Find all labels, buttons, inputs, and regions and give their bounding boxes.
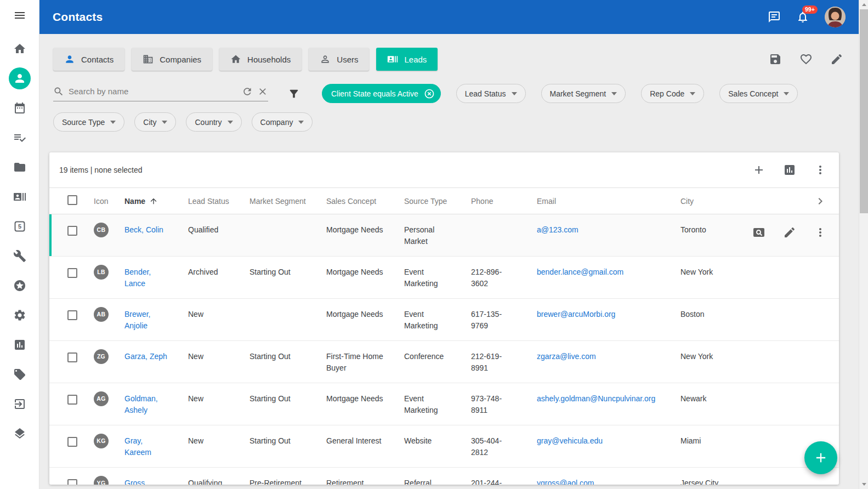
contact-avatar: CB (94, 223, 109, 237)
column-header-lead-status[interactable]: Lead Status (188, 197, 249, 206)
column-header-source-type[interactable]: Source Type (404, 197, 471, 206)
filter-chip-country[interactable]: Country (186, 112, 241, 132)
contact-email-link[interactable]: a@123.com (537, 225, 578, 234)
filter-chip-company[interactable]: Company (252, 112, 313, 132)
cell-phone: 201-244- (471, 468, 537, 485)
exit-icon[interactable] (9, 393, 31, 415)
contact-email-link[interactable]: bender.lance@gmail.com (537, 268, 623, 276)
cell-city: Boston (680, 299, 747, 340)
active-filter-chip[interactable]: Client State equals Active (322, 84, 441, 103)
scrollbar-down-icon[interactable] (859, 480, 868, 489)
row-checkbox[interactable] (67, 268, 77, 278)
tab-companies[interactable]: Companies (132, 48, 212, 71)
contacts-icon[interactable] (9, 67, 31, 89)
settings-icon[interactable] (9, 304, 31, 326)
cell-sales-concept: Mortgage Needs (326, 214, 404, 256)
table-row[interactable]: YG Gross, Qualifying Pre-Retirement Reti… (49, 468, 839, 485)
tab-leads[interactable]: Leads (376, 48, 438, 71)
column-header-name[interactable]: Name (124, 197, 188, 206)
row-checkbox[interactable] (67, 437, 77, 447)
contact-card-icon[interactable] (9, 186, 31, 208)
contact-name-link[interactable]: Brewer, Anjolie (124, 310, 150, 330)
contact-email-link[interactable]: brewer@arcuMorbi.org (537, 310, 615, 319)
table-row[interactable]: AB Brewer, Anjolie New Mortgage Needs Ev… (49, 299, 839, 341)
filter-chip-city[interactable]: City (134, 112, 176, 132)
contact-name-link[interactable]: Gross, (124, 479, 147, 485)
menu-icon[interactable] (9, 4, 31, 26)
tag-icon[interactable] (9, 363, 31, 385)
cell-source-type: Event Marketing (404, 299, 471, 340)
scrollbar-up-icon[interactable] (859, 0, 868, 9)
clear-icon[interactable] (257, 86, 268, 97)
contact-email-link[interactable]: zgarza@live.com (537, 352, 596, 361)
row-checkbox[interactable] (67, 395, 77, 405)
scrollbar-thumb[interactable] (860, 9, 868, 213)
table-row[interactable]: LB Bender, Lance Archived Starting Out M… (49, 257, 839, 299)
row-checkbox[interactable] (67, 310, 77, 320)
table-row[interactable]: KG Gray, Kareem New Starting Out General… (49, 425, 839, 468)
column-header-email[interactable]: Email (537, 197, 680, 206)
more-icon[interactable] (814, 163, 827, 177)
filter-chip-source-type[interactable]: Source Type (53, 112, 124, 132)
contact-email-link[interactable]: ashely.goldman@Nuncpulvinar.org (537, 394, 655, 403)
chevron-right-icon[interactable] (814, 195, 827, 208)
table-row[interactable]: AG Goldman, Ashely New Starting Out Mort… (49, 383, 839, 425)
contact-name-link[interactable]: Goldman, Ashely (124, 394, 158, 414)
contact-name-link[interactable]: Bender, Lance (124, 268, 151, 288)
chart-icon[interactable] (783, 163, 796, 177)
row-more-icon[interactable] (814, 226, 827, 239)
cell-phone: 617-135-9769 (471, 299, 537, 340)
cell-market-segment: Starting Out (249, 425, 326, 467)
table-row[interactable]: CB Beck, Colin Qualified Mortgage Needs … (49, 214, 839, 257)
layers-icon[interactable] (9, 423, 31, 445)
chat-icon[interactable] (768, 10, 781, 24)
filter-chip-sales-concept[interactable]: Sales Concept (719, 84, 798, 103)
folder-icon[interactable] (9, 156, 31, 178)
row-checkbox[interactable] (67, 352, 77, 362)
user-avatar[interactable] (825, 7, 846, 27)
contact-name-link[interactable]: Gray, Kareem (124, 436, 151, 457)
column-header-city[interactable]: City (680, 197, 747, 206)
contact-name-link[interactable]: Garza, Zeph (124, 352, 167, 361)
contact-avatar: ZG (94, 349, 109, 364)
filter-chip-lead-status[interactable]: Lead Status (456, 84, 526, 103)
filter-chip-market-segment[interactable]: Market Segment (541, 84, 626, 103)
tasks-icon[interactable] (9, 127, 31, 149)
contact-name-link[interactable]: Beck, Colin (124, 225, 163, 234)
tab-users[interactable]: Users (309, 48, 369, 71)
contact-email-link[interactable]: ygross@aol.com (537, 479, 594, 485)
home-icon[interactable] (9, 38, 31, 60)
scrollbar[interactable] (859, 0, 868, 489)
tab-contacts[interactable]: Contacts (53, 48, 124, 71)
star-icon[interactable] (9, 275, 31, 297)
refresh-icon[interactable] (242, 86, 253, 97)
contact-email-link[interactable]: gray@vehicula.edu (537, 436, 603, 445)
column-header-phone[interactable]: Phone (471, 197, 537, 206)
cell-source-type: Website (404, 425, 471, 467)
tab-households[interactable]: Households (219, 48, 302, 71)
column-header-market-segment[interactable]: Market Segment (249, 197, 326, 206)
calendar-icon[interactable] (9, 97, 31, 119)
row-edit-icon[interactable] (783, 226, 796, 239)
favorite-icon[interactable] (799, 53, 813, 66)
tools-icon[interactable] (9, 245, 31, 267)
row-checkbox[interactable] (67, 479, 77, 485)
add-contact-fab[interactable] (804, 441, 837, 474)
filter-chip-rep-code[interactable]: Rep Code (641, 84, 704, 103)
row-checkbox[interactable] (67, 226, 77, 236)
column-header-sales-concept[interactable]: Sales Concept (326, 197, 404, 206)
notifications-icon[interactable]: 99+ (796, 10, 809, 24)
add-icon[interactable] (752, 163, 765, 177)
reports-icon[interactable] (9, 334, 31, 356)
remove-filter-icon[interactable] (424, 88, 435, 99)
search-input[interactable] (69, 87, 237, 96)
filter-icon[interactable] (288, 88, 300, 100)
edit-icon[interactable] (830, 53, 843, 66)
search-box (53, 86, 268, 101)
preview-icon[interactable] (752, 226, 765, 239)
cell-source-type: Event Marketing (404, 383, 471, 425)
form-5-icon[interactable]: 5 (9, 215, 31, 237)
save-icon[interactable] (769, 53, 782, 66)
table-row[interactable]: ZG Garza, Zeph New Starting Out First-Ti… (49, 341, 839, 383)
select-all-checkbox[interactable] (67, 195, 77, 205)
